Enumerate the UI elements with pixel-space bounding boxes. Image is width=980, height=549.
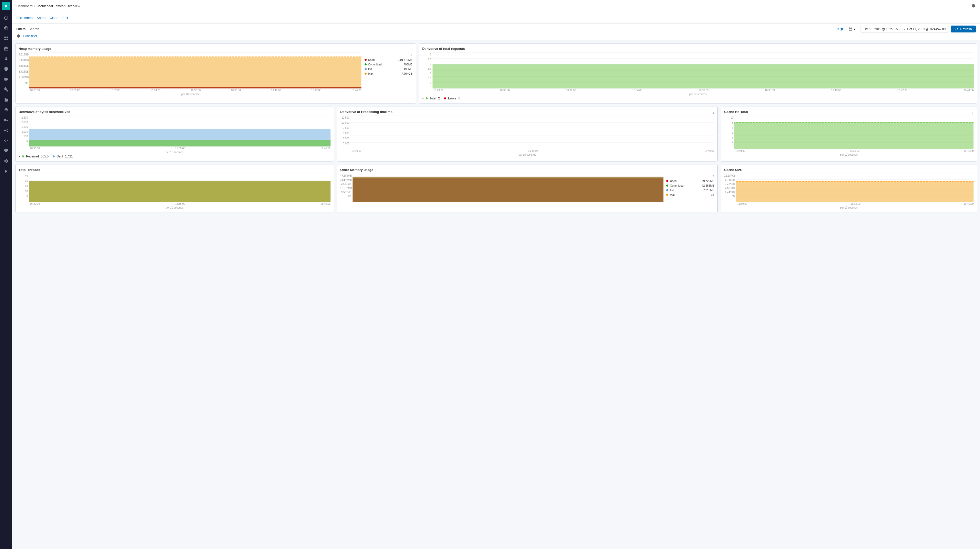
edit-link[interactable]: Edit [62, 16, 68, 20]
other-memory-yaxis: 47.684MB38.147MB28.61MB19.073MB9.537MB0B [340, 174, 353, 202]
sidebar-icon-grid[interactable] [2, 34, 11, 43]
other-max-item: Max -1B [666, 193, 714, 196]
topbar: Dashboard / [Metricbeat Tomcat] Overview [12, 0, 980, 12]
processing-panel: Derivative of Processing time ms ‹ 12,50… [337, 107, 718, 161]
cache-size-axis-label: per 10 seconds [724, 206, 974, 209]
topbar-right [971, 3, 976, 9]
time-start[interactable]: Oct 11, 2019 @ 16:27:25.9 [864, 27, 900, 31]
kql-badge[interactable]: KQL [837, 27, 844, 31]
processing-prev-icon[interactable]: ‹ [713, 110, 714, 115]
heap-memory-title: Heap memory usage [19, 47, 413, 51]
heap-max-label: Max [368, 72, 374, 75]
other-max-label: Max [670, 193, 675, 196]
sidebar-icon-heart[interactable] [2, 146, 11, 155]
bytes-panel: Derivative of bytes sent/received 2,5002… [15, 107, 334, 161]
sidebar-icon-layers[interactable] [2, 105, 11, 115]
sent-value: 1,421 [65, 155, 73, 158]
other-memory-expand[interactable]: › [666, 174, 714, 178]
row3: Total Threads 403020100 [15, 164, 977, 212]
sidebar-icon-wrench[interactable] [2, 85, 11, 94]
bytes-legend: ▾ Received 505.5 Sent 1,421 [19, 155, 331, 158]
heap-memory-chart: 9.313GB7.451GB5.588GB3.725GB1.863GB0B [19, 53, 361, 96]
svg-rect-18 [433, 64, 974, 88]
add-filter-link[interactable]: + Add filter [22, 34, 37, 38]
other-init-dot [666, 189, 668, 191]
share-link[interactable]: Share [37, 16, 46, 20]
time-end[interactable]: Oct 11, 2019 @ 16:44:47.09 [907, 27, 946, 31]
derivative-requests-legend: ▾ Total 2 Errors 0 [422, 97, 974, 100]
app-logo[interactable]: K [2, 2, 10, 10]
legend-chevron[interactable]: ▾ [422, 97, 423, 100]
received-value: 505.5 [41, 155, 49, 158]
total-value: 2 [438, 97, 440, 100]
sidebar-icon-file[interactable] [2, 95, 11, 104]
heap-init-value: 498MB [404, 67, 413, 70]
sidebar-icon-tag[interactable] [2, 75, 11, 84]
other-init-item: Init 7.313MB [666, 188, 714, 192]
sidebar: K [0, 0, 12, 549]
derivative-requests-svg [433, 53, 974, 88]
heap-legend-used: Used 110.372MB [364, 58, 413, 61]
derivative-requests-yaxis: 32.521.510.50 [422, 53, 433, 88]
sidebar-icon-briefcase[interactable] [2, 44, 11, 53]
sidebar-icon-user[interactable] [2, 54, 11, 63]
threads-axis-label: per 10 seconds [19, 206, 331, 209]
time-filter-button[interactable]: ▾ [846, 26, 858, 32]
derivative-requests-panel: Derivative of total requests 32.521.510.… [419, 43, 977, 104]
cache-hit-prev-icon[interactable]: ‹ [972, 110, 974, 115]
bytes-chevron[interactable]: ▾ [19, 155, 20, 158]
sidebar-icon-branch[interactable] [2, 126, 11, 135]
heap-axis-label: per 10 seconds [19, 93, 361, 96]
errors-value: 0 [458, 97, 460, 100]
sidebar-icon-key[interactable] [2, 115, 11, 125]
time-arrow: → [902, 27, 906, 31]
other-init-value: 7.313MB [703, 188, 714, 192]
filters-label: Filters [16, 27, 25, 31]
heap-legend-init: Init 498MB [364, 67, 413, 70]
clone-link[interactable]: Clone [49, 16, 58, 20]
svg-rect-7 [29, 57, 361, 88]
sidebar-icon-cpu[interactable] [2, 136, 11, 145]
heap-init-label: Init [368, 67, 372, 70]
topbar-settings-icon[interactable] [971, 5, 976, 9]
errors-label: Errors [448, 97, 457, 100]
heap-legend-committed: Committed 498MB [364, 63, 413, 66]
cache-size-title: Cache Size [724, 168, 974, 172]
dashboard: Heap memory usage 9.313GB7.451GB5.588GB3… [12, 40, 980, 549]
heap-expand-icon[interactable]: › [364, 53, 413, 57]
filterbar-row2: + Add filter [16, 34, 976, 38]
sidebar-icon-target[interactable] [2, 24, 11, 33]
bytes-axis-label: per 10 seconds [19, 151, 331, 153]
sidebar-icon-settings[interactable] [2, 156, 11, 166]
fullscreen-link[interactable]: Full screen [16, 16, 33, 20]
heap-committed-value: 498MB [404, 63, 413, 66]
svg-rect-56 [353, 179, 663, 202]
derivative-requests-axis-label: per 10 seconds [422, 93, 974, 96]
processing-svg [350, 116, 714, 149]
cache-hit-chart: 1086420 [724, 116, 974, 149]
gear-icon[interactable] [16, 34, 21, 38]
other-committed-item: Committed 42.688MB [666, 184, 714, 187]
sidebar-icon-shield[interactable] [2, 64, 11, 73]
other-committed-dot [666, 185, 668, 187]
breadcrumb: Dashboard / [Metricbeat Tomcat] Overview [16, 4, 80, 8]
other-max-value: -1B [710, 193, 714, 196]
sidebar-icon-arrow[interactable] [2, 167, 11, 176]
heap-committed-dot [364, 63, 367, 65]
refresh-button[interactable]: Refresh [951, 26, 976, 32]
other-memory-panel: Other Memory usage 47.684MB38.147MB28.61… [337, 164, 718, 212]
other-memory-legend: › Used 39.722MB Committed 42.688MB [663, 174, 714, 196]
cache-size-svg [736, 174, 974, 202]
row1: Heap memory usage 9.313GB7.451GB5.588GB3… [15, 43, 977, 104]
cache-hit-title: Cache Hit Total [724, 110, 748, 114]
sidebar-icon-clock[interactable] [2, 13, 11, 22]
cache-size-yaxis: 12.207KB9.766KB7.324KB4.883KB2.441KB0B [724, 174, 736, 202]
search-input[interactable] [28, 26, 835, 32]
heap-used-label: Used [368, 58, 375, 61]
cache-hit-axis-label: per 10 seconds [724, 153, 974, 156]
other-init-label: Init [670, 188, 674, 192]
heap-memory-panel: Heap memory usage 9.313GB7.451GB5.588GB3… [15, 43, 416, 104]
heap-memory-content: 9.313GB7.451GB5.588GB3.725GB1.863GB0B [19, 53, 413, 96]
breadcrumb-dashboard[interactable]: Dashboard [16, 4, 33, 8]
threads-svg [29, 174, 331, 202]
